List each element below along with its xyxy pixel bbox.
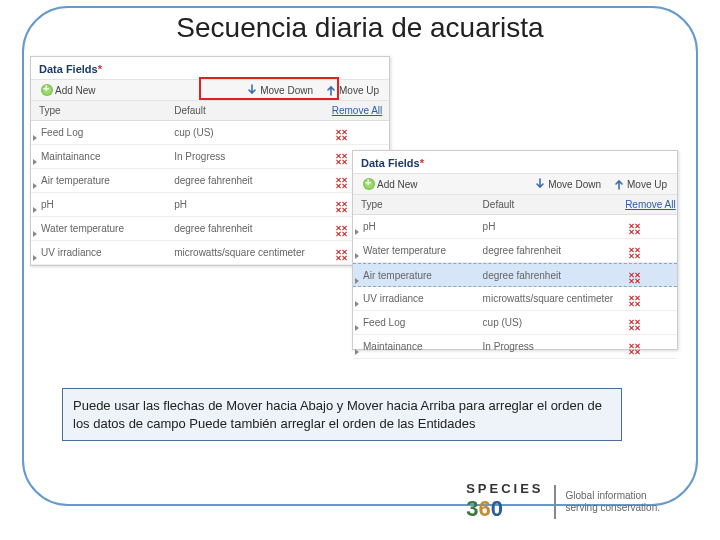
arrow-up-icon [613, 178, 625, 190]
remove-all-link[interactable]: Remove All [625, 199, 677, 210]
add-icon [41, 84, 53, 96]
table-row[interactable]: Water temperaturedegree fahrenheit [31, 217, 389, 241]
remove-icon[interactable] [336, 225, 350, 236]
table-row[interactable]: Air temperaturedegree fahrenheit [31, 169, 389, 193]
table-row[interactable]: MaintainanceIn Progress [31, 145, 389, 169]
table-row[interactable]: Feed Logcup (US) [353, 311, 677, 335]
table-row[interactable]: MaintainanceIn Progress [353, 335, 677, 359]
panel-label: Data Fields* [353, 151, 677, 173]
highlight-move-buttons [199, 77, 339, 100]
panel-label: Data Fields* [31, 57, 389, 79]
remove-icon[interactable] [336, 177, 350, 188]
remove-icon[interactable] [629, 295, 643, 306]
table-row[interactable]: Feed Logcup (US) [31, 121, 389, 145]
remove-icon[interactable] [336, 129, 350, 140]
table-row[interactable]: Air temperaturedegree fahrenheit [353, 263, 677, 287]
remove-icon[interactable] [629, 343, 643, 354]
panel-toolbar: Add New Move Down Move Up [353, 173, 677, 195]
remove-icon[interactable] [629, 319, 643, 330]
add-icon [363, 178, 375, 190]
add-new-button[interactable]: Add New [359, 177, 422, 191]
table-row[interactable]: pHpH [31, 193, 389, 217]
table-header: Type Default Remove All [353, 195, 677, 215]
remove-icon[interactable] [629, 247, 643, 258]
remove-icon[interactable] [629, 223, 643, 234]
data-fields-panel-before: Data Fields* Add New Move Down Move Up T… [30, 56, 390, 266]
remove-all-link[interactable]: Remove All [332, 105, 389, 116]
data-fields-panel-after: Data Fields* Add New Move Down Move Up T… [352, 150, 678, 350]
table-row[interactable]: Water temperaturedegree fahrenheit [353, 239, 677, 263]
move-down-button[interactable]: Move Down [530, 177, 605, 191]
caption-box: Puede usar las flechas de Mover hacia Ab… [62, 388, 622, 441]
table-header: Type Default Remove All [31, 101, 389, 121]
remove-icon[interactable] [336, 153, 350, 164]
arrow-down-icon [534, 178, 546, 190]
add-new-button[interactable]: Add New [37, 83, 100, 97]
table-row[interactable]: UV irradiancemicrowatts/square centimete… [353, 287, 677, 311]
slide-title: Secuencia diaria de acuarista [0, 12, 720, 44]
species360-logo: SPECIES 360 Global informationserving co… [466, 481, 660, 522]
remove-icon[interactable] [629, 272, 643, 283]
remove-icon[interactable] [336, 249, 350, 260]
move-up-button[interactable]: Move Up [609, 177, 671, 191]
remove-icon[interactable] [336, 201, 350, 212]
table-row[interactable]: pHpH [353, 215, 677, 239]
table-row[interactable]: UV irradiancemicrowatts/square centimete… [31, 241, 389, 265]
